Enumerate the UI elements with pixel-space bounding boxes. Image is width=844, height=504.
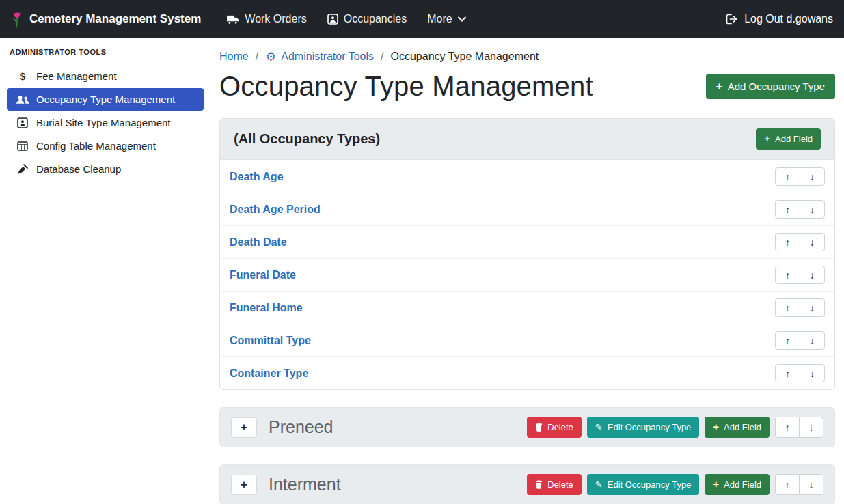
add-field-button[interactable]: + Add Field [705,474,770,495]
move-down-button[interactable]: ↓ [799,474,823,495]
move-down-button[interactable]: ↓ [799,417,823,438]
breadcrumb-admin-tools-link[interactable]: ⚙ Administrator Tools [265,51,374,63]
sidebar-item-label: Config Table Management [36,140,156,152]
move-down-button[interactable]: ↓ [800,266,825,284]
sidebar-item-database-cleanup[interactable]: Database Cleanup [7,158,204,180]
move-up-button[interactable]: ↑ [775,364,800,382]
add-field-button[interactable]: + Add Field [705,417,770,438]
edit-occupancy-type-button[interactable]: ✎ Edit Occupancy Type [587,417,700,438]
reorder-group: ↑ ↓ [775,364,825,382]
all-occupancy-types-card: (All Occupancy Types) + Add Field Death … [219,118,835,390]
move-up-button[interactable]: ↑ [775,331,800,350]
add-occupancy-type-label: Add Occupancy Type [728,81,825,92]
nav-item-more[interactable]: More [417,8,476,31]
move-down-button[interactable]: ↓ [800,233,825,251]
move-up-button[interactable]: ↑ [775,266,800,284]
field-row: Death Age ↑ ↓ [220,160,834,193]
move-up-button[interactable]: ↑ [775,417,800,438]
field-link-container-type[interactable]: Container Type [230,367,308,380]
move-down-button[interactable]: ↓ [800,167,825,186]
add-field-label: Add Field [775,134,813,144]
edit-occupancy-type-label: Edit Occupancy Type [608,422,692,432]
move-up-button[interactable]: ↑ [775,167,800,186]
sidebar-item-burial-site-type-management[interactable]: Burial Site Type Management [7,111,204,134]
occupancy-type-section-preneed: + Preneed Delete ✎ Edit Occupancy Type [219,407,835,447]
add-field-button[interactable]: + Add Field [756,128,821,150]
reorder-group: ↑ ↓ [775,417,823,438]
dollar-icon: $ [15,70,30,82]
users-icon [15,95,30,104]
top-navbar: Cemetery Management System Work Orders [0,0,844,38]
sidebar-item-occupancy-type-management[interactable]: Occupancy Type Management [7,88,204,111]
field-link-death-age-period[interactable]: Death Age Period [230,204,321,216]
pencil-icon: ✎ [595,480,603,489]
move-down-button[interactable]: ↓ [800,364,825,382]
app-title: Cemetery Management System [29,12,201,26]
breadcrumb-separator: / [256,51,258,63]
field-row: Funeral Date ↑ ↓ [220,258,834,291]
logout-icon [726,14,738,25]
plus-icon: + [716,81,723,92]
reorder-group: ↑ ↓ [775,200,825,219]
nav-item-work-orders[interactable]: Work Orders [216,8,316,31]
nav-item-occupancies[interactable]: Occupancies [317,8,418,31]
add-field-label: Add Field [724,422,761,432]
broom-icon [15,164,30,175]
delete-button[interactable]: Delete [527,417,582,438]
field-row: Death Date ↑ ↓ [220,225,834,258]
delete-button[interactable]: Delete [527,474,582,495]
add-field-label: Add Field [724,479,761,490]
reorder-group: ↑ ↓ [775,331,825,350]
breadcrumb: Home / ⚙ Administrator Tools / Occupancy… [219,51,835,63]
field-row: Committal Type ↑ ↓ [220,324,834,356]
breadcrumb-home-link[interactable]: Home [219,51,249,63]
page-title: Occupancy Type Management [219,71,593,102]
reorder-group: ↑ ↓ [775,266,825,284]
delete-label: Delete [547,422,573,432]
occupancy-type-section-interment: + Interment Delete ✎ Edit Occupancy Type [219,464,835,504]
sidebar-item-label: Fee Management [36,70,117,82]
nav-item-label: Occupancies [344,13,407,25]
add-occupancy-type-button[interactable]: + Add Occupancy Type [706,74,835,99]
field-link-committal-type[interactable]: Committal Type [230,335,311,347]
breadcrumb-separator: / [381,51,383,63]
move-down-button[interactable]: ↓ [800,200,825,219]
move-up-button[interactable]: ↑ [775,298,800,317]
title-row: Occupancy Type Management + Add Occupanc… [219,71,835,102]
reorder-group: ↑ ↓ [775,474,823,495]
move-down-button[interactable]: ↓ [800,298,825,317]
expand-section-button[interactable]: + [231,417,257,438]
pencil-icon: ✎ [595,423,603,432]
field-link-funeral-date[interactable]: Funeral Date [230,269,296,281]
gear-icon: ⚙ [265,51,276,63]
chevron-down-icon [458,16,466,22]
field-row: Container Type ↑ ↓ [220,356,834,389]
move-up-button[interactable]: ↑ [775,233,800,251]
person-frame-icon [327,14,338,25]
sidebar-item-label: Burial Site Type Management [36,117,171,128]
section-name: Preneed [269,417,333,437]
edit-occupancy-type-label: Edit Occupancy Type [608,479,692,490]
move-up-button[interactable]: ↑ [775,474,800,495]
app-brand[interactable]: Cemetery Management System [11,10,201,29]
sidebar-item-fee-management[interactable]: $ Fee Management [7,65,204,87]
table-icon [15,141,30,151]
flower-logo-icon [11,10,23,29]
sidebar-item-label: Occupancy Type Management [36,94,175,105]
field-link-death-date[interactable]: Death Date [230,236,287,249]
nav-item-label: Work Orders [245,13,306,25]
trash-icon [535,423,543,432]
sidebar-item-config-table-management[interactable]: Config Table Management [7,135,204,157]
move-down-button[interactable]: ↓ [800,331,825,350]
sidebar: Administrator Tools $ Fee Management Occ… [0,38,210,504]
field-link-funeral-home[interactable]: Funeral Home [230,302,303,314]
reorder-group: ↑ ↓ [775,167,825,186]
edit-occupancy-type-button[interactable]: ✎ Edit Occupancy Type [587,474,700,495]
logout-button[interactable]: Log Out d.gowans [726,13,833,25]
field-link-death-age[interactable]: Death Age [230,171,284,183]
plus-icon: + [713,422,719,432]
reorder-group: ↑ ↓ [775,233,825,251]
expand-section-button[interactable]: + [231,475,257,495]
reorder-group: ↑ ↓ [775,298,825,317]
move-up-button[interactable]: ↑ [775,200,800,219]
